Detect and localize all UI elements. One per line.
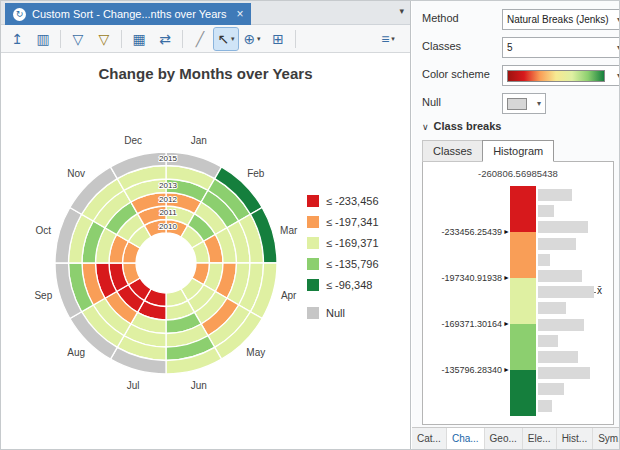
tab-classes[interactable]: Classes xyxy=(422,140,482,162)
table-icon[interactable]: ▦ xyxy=(127,28,151,50)
select-mode-icon: ↖ xyxy=(217,31,229,47)
histogram-bar xyxy=(538,221,588,233)
full-extent-icon: ⊞ xyxy=(272,31,284,47)
mean-label: x̄ xyxy=(597,285,602,296)
year-label-2013: 2013 xyxy=(159,181,177,190)
month-label-Oct: Oct xyxy=(36,225,52,236)
close-tab-icon[interactable]: × xyxy=(236,7,243,21)
year-label-2015: 2015 xyxy=(159,154,177,163)
null-color-swatch xyxy=(507,98,527,110)
class-break-value: -135796.28340 xyxy=(442,365,503,375)
legend-options-icon[interactable]: ≡▾ xyxy=(376,28,400,50)
class-break-value: -169371.30164 xyxy=(442,319,503,329)
month-label-May: May xyxy=(246,347,265,358)
break-handle-icon[interactable]: ► xyxy=(503,366,510,373)
histogram-bar xyxy=(538,335,558,347)
classes-select[interactable]: 5▾ xyxy=(502,37,620,58)
zoom-mode-icon: ⊕ xyxy=(243,31,255,47)
histogram-panel: -260806.56985438 x̄ -233456.25439►-19734… xyxy=(422,161,614,425)
class-strip-segment-2 xyxy=(510,232,536,278)
legend-item[interactable]: ≤ -169,371 xyxy=(307,237,379,249)
legend-item[interactable]: ≤ -96,348 xyxy=(307,279,379,291)
chart-title: Change by Months over Years xyxy=(1,65,410,82)
chart-properties-icon[interactable]: ▥ xyxy=(31,28,55,50)
color-scheme-select[interactable]: ▾ xyxy=(502,65,620,86)
histogram-max-label: -260806.56985438 xyxy=(423,168,613,179)
switch-axes-icon: ⇄ xyxy=(159,31,171,47)
field-row-null: Null▾ xyxy=(422,93,616,115)
class-break-row: -169371.30164► xyxy=(423,318,510,329)
legend-label: ≤ -96,348 xyxy=(326,279,372,291)
filter-by-selection-icon[interactable]: ▽ xyxy=(66,28,90,50)
class-strip-segment-5 xyxy=(510,370,536,416)
legend-item[interactable]: Null xyxy=(307,307,379,319)
export-chart-icon: ↥ xyxy=(11,31,23,47)
toolbar-separator xyxy=(121,30,122,48)
histogram-bar xyxy=(538,351,578,363)
break-handle-icon[interactable]: ► xyxy=(503,228,510,235)
field-label: Classes xyxy=(422,40,461,52)
toolbar-separator xyxy=(60,30,61,48)
bottom-tab-geo[interactable]: Geo... xyxy=(485,428,523,449)
view-tab-strip: ↻ Custom Sort - Change...nths over Years… xyxy=(1,1,410,25)
legend-swatch xyxy=(307,216,319,228)
chart-tab-title: Custom Sort - Change...nths over Years xyxy=(32,8,226,20)
method-select[interactable]: Natural Breaks (Jenks)▾ xyxy=(502,9,620,30)
bottom-tab-sym[interactable]: Sym... xyxy=(593,428,620,449)
tab-histogram[interactable]: Histogram xyxy=(482,140,554,162)
bottom-tab-hist[interactable]: Hist... xyxy=(557,428,594,449)
pane-bottom-tabs: Cat...Cha...Geo...Ele...Hist...Sym... xyxy=(412,427,620,449)
selected-value: Natural Breaks (Jenks) xyxy=(507,14,609,25)
legend-item[interactable]: ≤ -135,796 xyxy=(307,258,379,270)
zoom-mode-icon[interactable]: ⊕▾ xyxy=(240,28,264,50)
toolbar-separator xyxy=(295,30,296,48)
legend-swatch xyxy=(307,258,319,270)
legend-options-icon: ≡ xyxy=(381,31,389,47)
full-extent-icon[interactable]: ⊞ xyxy=(266,28,290,50)
break-handle-icon[interactable]: ► xyxy=(503,274,510,281)
legend-swatch xyxy=(307,237,319,249)
field-label: Color scheme xyxy=(422,68,490,80)
null-select[interactable]: ▾ xyxy=(502,93,546,114)
class-strip-segment-1 xyxy=(510,186,536,232)
selected-value: 5 xyxy=(507,42,513,53)
histogram-bar xyxy=(538,205,554,217)
legend-swatch xyxy=(307,195,319,207)
chart-view-tab[interactable]: ↻ Custom Sort - Change...nths over Years… xyxy=(5,3,251,25)
class-breaks-expander[interactable]: ∨Class breaks xyxy=(422,120,501,132)
histogram-bar xyxy=(538,383,564,395)
bottom-tab-cha[interactable]: Cha... xyxy=(447,428,485,449)
bottom-tab-cat[interactable]: Cat... xyxy=(412,428,447,449)
export-chart-icon[interactable]: ↥ xyxy=(5,28,29,50)
legend-label: ≤ -197,341 xyxy=(326,216,379,228)
class-strip-segment-3 xyxy=(510,278,536,324)
break-handle-icon[interactable]: ► xyxy=(503,320,510,327)
bottom-tab-ele[interactable]: Ele... xyxy=(523,428,557,449)
class-break-value: -197340.91938 xyxy=(442,273,503,283)
legend-item[interactable]: ≤ -233,456 xyxy=(307,195,379,207)
histogram-bar xyxy=(538,270,582,282)
legend-item[interactable]: ≤ -197,341 xyxy=(307,216,379,228)
histogram-bar xyxy=(538,189,572,201)
filter-by-extent-icon[interactable]: ▽ xyxy=(92,28,116,50)
chart-properties-panel: MethodNatural Breaks (Jenks)▾Classes5▾Co… xyxy=(412,1,620,450)
legend-swatch xyxy=(307,307,319,319)
month-label-Nov: Nov xyxy=(67,168,85,179)
field-row-classes: Classes5▾ xyxy=(422,37,616,59)
class-break-value: -233456.25439 xyxy=(442,227,503,237)
field-row-color-scheme: Color scheme▾ xyxy=(422,65,616,87)
tab-overflow-chevron-icon[interactable]: ▾ xyxy=(399,6,404,16)
color-scheme-strip xyxy=(507,70,605,82)
month-label-Feb: Feb xyxy=(247,168,265,179)
switch-axes-icon[interactable]: ⇄ xyxy=(153,28,177,50)
trend-line-icon[interactable]: ╱ xyxy=(188,28,212,50)
month-label-Jan: Jan xyxy=(191,135,207,146)
month-label-Dec: Dec xyxy=(124,135,142,146)
histogram-bar xyxy=(538,400,552,412)
month-label-Aug: Aug xyxy=(67,347,85,358)
dropdown-caret-icon: ▾ xyxy=(231,35,235,43)
select-mode-icon[interactable]: ↖▾ xyxy=(214,28,238,50)
histogram-bar xyxy=(538,319,584,331)
month-label-Jun: Jun xyxy=(191,380,207,391)
class-break-row: -233456.25439► xyxy=(423,226,510,237)
